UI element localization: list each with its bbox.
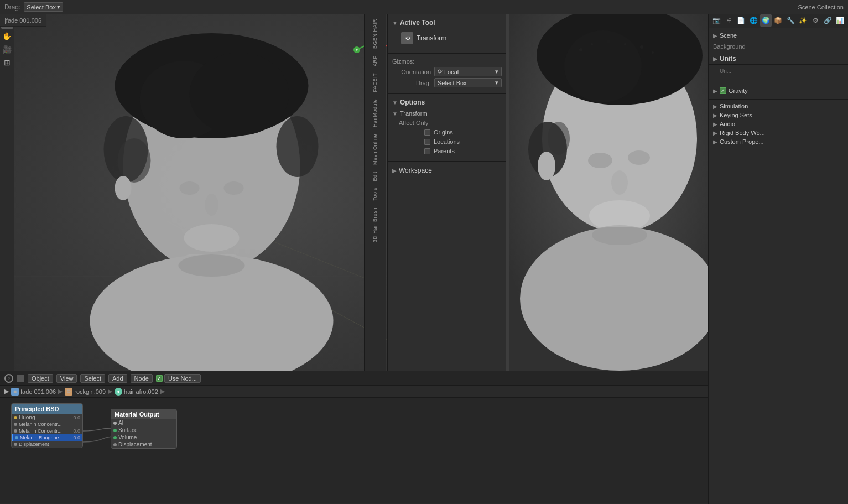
sidebar-tab-tools[interactable]: Tools (372, 184, 378, 204)
use-nod-container: ✓ Use Nod... (156, 374, 201, 383)
gravity-row[interactable]: ▶ ✓ Gravity (713, 86, 844, 95)
view-button[interactable]: View (56, 374, 77, 383)
grid-tool-btn[interactable]: ⊞ (1, 56, 13, 69)
divider-2 (388, 93, 506, 94)
drag-dropdown[interactable]: Select Box ▾ (434, 78, 502, 87)
node-material-output-header: Material Output (111, 409, 176, 419)
node-output-al: Al (111, 419, 176, 427)
node-editor[interactable]: Principled BSD Huong 0.0 Melanin Concent… (0, 398, 708, 503)
options-section-header[interactable]: ▼ Options (388, 96, 506, 108)
props-icon-object[interactable]: 📦 (773, 14, 784, 27)
object-button[interactable]: Object (28, 374, 53, 383)
active-tool-section-body: ⟲ Transform (388, 29, 506, 51)
active-tool-section-header[interactable]: ▼ Active Tool (388, 17, 506, 29)
node-editor-icon[interactable]: ○ (4, 374, 13, 383)
rigid-body-world-section-item[interactable]: ▶ Rigid Body Wo... (709, 128, 848, 137)
locations-row: Locations (399, 138, 502, 146)
sidebar-tab-hairmodule[interactable]: HairModule (372, 96, 378, 131)
breadcrumb: | fade 001.006 (0, 14, 46, 27)
camera-tool-btn[interactable]: 🎥 (1, 43, 13, 55)
props-icon-render[interactable]: 📷 (711, 14, 722, 27)
toolbar-left: ⊕ ✋ 🎥 ⊞ (0, 14, 14, 371)
origins-label: Origins (434, 129, 453, 136)
parents-checkbox[interactable] (424, 148, 430, 154)
node-dot-huong (14, 416, 17, 419)
audio-label: Audio (720, 121, 735, 127)
select-box-dropdown[interactable]: Select Box ▾ (24, 2, 63, 12)
svg-point-40 (588, 153, 612, 168)
transform-button[interactable]: ⟲ Transform (397, 30, 502, 46)
viewport-right[interactable] (509, 0, 708, 371)
use-nod-checkbox[interactable]: ✓ (156, 375, 163, 382)
props-icon-world[interactable]: 🌍 (760, 14, 771, 27)
sidebar-tab-3d-hair-brush[interactable]: 3D Hair Brush (372, 204, 378, 246)
viewport-right-canvas[interactable] (509, 0, 708, 371)
transform-subsection-header[interactable]: ▼ Transform (388, 108, 506, 118)
workspace-section[interactable]: ▶ Workspace (388, 164, 506, 176)
parents-row: Parents (399, 147, 502, 155)
props-icon-output[interactable]: 🖨 (723, 14, 734, 27)
rigid-body-world-label: Rigid Body Wo... (720, 129, 765, 136)
svg-point-32 (564, 30, 642, 102)
audio-section-item[interactable]: ▶ Audio (709, 119, 848, 128)
transform-icon: ⟲ (401, 32, 413, 44)
simulation-section-item[interactable]: ▶ Simulation (709, 102, 848, 111)
svg-point-44 (538, 152, 555, 180)
node-principled[interactable]: Principled BSD Huong 0.0 Melanin Concent… (11, 403, 83, 448)
simulation-label: Simulation (720, 103, 748, 110)
custom-properties-section-item[interactable]: ▶ Custom Prope... (709, 137, 848, 146)
material-icon[interactable] (17, 375, 24, 382)
units-section-header[interactable]: ▶ Units (709, 53, 848, 65)
head-render-right-svg (509, 0, 708, 371)
units-label: Units (720, 55, 736, 63)
scene-section-header[interactable]: ▶ Scene (709, 30, 848, 40)
keying-sets-label: Keying Sets (720, 112, 752, 118)
background-section: Background (709, 41, 848, 51)
node-button[interactable]: Node (131, 374, 153, 383)
node-principled-header: Principled BSD (12, 404, 82, 414)
node-dot-surface (113, 429, 117, 432)
props-icon-constraints[interactable]: 🔗 (822, 14, 833, 27)
path-expand-arrow[interactable]: ▶ (4, 388, 9, 395)
props-icon-modifier[interactable]: 🔧 (785, 14, 796, 27)
props-icon-view[interactable]: 📄 (736, 14, 747, 27)
gravity-checkbox[interactable]: ✓ (720, 87, 726, 94)
origins-row: Origins (399, 128, 502, 136)
sidebar-tab-edit[interactable]: Edit (372, 168, 378, 185)
path-item-3: ● hair afro.002 (115, 388, 158, 396)
props-icon-scene[interactable]: 🌐 (748, 14, 759, 27)
use-nod-button[interactable]: Use Nod... (164, 374, 201, 383)
node-row-metallic-conc: Melanin Concentr... (12, 421, 82, 428)
origins-checkbox[interactable] (424, 129, 430, 136)
node-connections-svg (0, 398, 708, 503)
svg-point-16 (184, 224, 240, 252)
node-row-displacement: Displacement (12, 441, 82, 448)
select-button[interactable]: Select (80, 374, 105, 383)
keying-sets-section-item[interactable]: ▶ Keying Sets (709, 111, 848, 119)
sidebar-tab-mesh-online[interactable]: Mesh Online (372, 131, 378, 168)
props-icon-physics[interactable]: ⚙ (810, 14, 821, 27)
properties-panel: Scene Collection extras 📷 🖨 📄 🌐 🌍 📦 🔧 ✨ … (708, 0, 848, 504)
add-button[interactable]: Add (108, 374, 127, 383)
path-label-2: rockgirl.009 (74, 388, 106, 395)
node-output-volume: Volume (111, 434, 176, 441)
sidebar-tab-bgen-hair[interactable]: BGEN HAIR (372, 15, 378, 52)
svg-point-37 (640, 45, 643, 49)
svg-point-15 (205, 194, 218, 216)
sidebar-tab-arp[interactable]: ARP (372, 52, 378, 70)
bottom-toolbar: ○ Object View Select Add Node ✓ Use Nod.… (0, 371, 708, 386)
locations-checkbox[interactable] (424, 139, 430, 145)
svg-point-47 (592, 225, 647, 245)
node-row-metallic-conc2: Melanin Concentr... 0.0 (12, 428, 82, 434)
sidebar-tab-faceit[interactable]: FACEIT (372, 70, 378, 96)
move-tool-btn[interactable]: ✋ (1, 30, 13, 42)
props-icon-particles[interactable]: ✨ (798, 14, 809, 27)
svg-point-41 (628, 150, 650, 165)
gizmos-section: Gizmos: Orientation ⟳ Local ▾ Drag: Sele… (388, 56, 506, 91)
path-arrow-1: ▶ (58, 388, 63, 395)
props-icon-data[interactable]: 📊 (835, 14, 846, 27)
orientation-dropdown[interactable]: ⟳ Local ▾ (434, 67, 502, 76)
node-row-roughness[interactable]: Melanin Roughne... 0.0 (12, 434, 82, 441)
custom-properties-label: Custom Prope... (720, 138, 763, 145)
node-material-output[interactable]: Material Output Al Surface Volume Displa… (111, 409, 177, 449)
